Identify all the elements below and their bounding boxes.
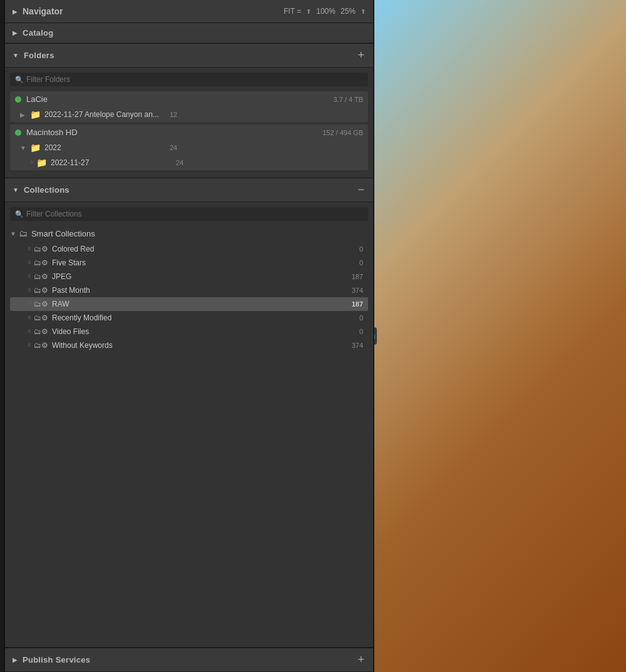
navigator-fit-stepper[interactable]: ⬆	[306, 8, 311, 15]
collection-icon-without-keywords: 🗂⚙	[34, 341, 48, 350]
drag-handle-five-stars: ⠿	[28, 260, 31, 266]
drag-handle-jpeg: ⠿	[28, 274, 31, 280]
left-strip	[0, 0, 5, 672]
folder-2022-count: 24	[170, 144, 177, 151]
folder-2022-toggle: ▼	[20, 145, 28, 151]
collection-name-video-files: Video Files	[52, 327, 359, 336]
drive-mac-name: Macintosh HD	[26, 128, 322, 137]
right-collapse-button[interactable]: ◀	[374, 328, 377, 345]
collections-title: Collections	[24, 185, 357, 195]
folder-antelope-name: 2022-11-27 Antelope Canyon an...	[44, 110, 170, 119]
collection-item-video-files[interactable]: ⠿ 🗂⚙ Video Files 0	[10, 325, 368, 339]
drag-handle-colored-red: ⠿	[28, 247, 31, 252]
collection-icon-raw: 🗂⚙	[34, 300, 48, 308]
collection-count-past-month: 374	[352, 287, 363, 294]
drive-mac-indicator	[15, 130, 21, 136]
folders-collapse-icon: ▼	[13, 52, 19, 59]
collection-item-without-keywords[interactable]: ⠿ 🗂⚙ Without Keywords 374	[10, 339, 368, 352]
publish-services-collapse-icon: ▶	[13, 656, 18, 663]
drag-handle-raw: ⠿	[28, 302, 31, 307]
publish-services-section: ▶ Publish Services +	[5, 648, 373, 672]
drive-lacie-size: 3.7 / 4 TB	[334, 96, 364, 103]
collections-filter-icon: 🔍	[15, 210, 24, 218]
collection-icon-jpeg: 🗂⚙	[34, 272, 48, 281]
collection-item-recently-modified[interactable]: ⠿ 🗂⚙ Recently Modified 0	[10, 311, 368, 325]
catalog-collapse-icon: ▶	[13, 29, 18, 36]
navigator-zoom-stepper[interactable]: ⬆	[361, 8, 366, 15]
navigator-section: ▶ Navigator FIT = ⬆ 100% 25% ⬆	[5, 0, 373, 23]
collection-count-video-files: 0	[359, 328, 363, 335]
folder-2022-name: 2022	[44, 143, 170, 152]
smart-collections-group-icon: 🗂	[19, 228, 28, 238]
drag-handle-without-keywords: ⠿	[28, 343, 31, 349]
collection-count-recently-modified: 0	[359, 314, 363, 322]
collection-icon-colored-red: 🗂⚙	[34, 245, 48, 253]
folders-content: 🔍 LaCie 3.7 / 4 TB ▶ 📁 2022-11-27 Antelo…	[5, 68, 373, 178]
navigator-controls: FIT = ⬆ 100% 25% ⬆	[284, 7, 366, 16]
drive-item-mac: Macintosh HD 152 / 494 GB ▼ 📁 2022 24 ⠿ …	[10, 125, 368, 170]
collection-name-without-keywords: Without Keywords	[52, 341, 352, 350]
publish-services-add-button[interactable]: +	[356, 653, 366, 666]
drive-lacie-name: LaCie	[26, 94, 334, 104]
navigator-percent-25[interactable]: 25%	[341, 7, 356, 16]
collection-item-colored-red[interactable]: ⠿ 🗂⚙ Colored Red 0	[10, 242, 368, 256]
collections-filter-bar: 🔍	[10, 207, 368, 221]
collections-section: ▼ Collections − 🔍 ▼ 🗂 Smart Collections	[5, 178, 373, 648]
folders-filter-input[interactable]	[26, 75, 363, 84]
publish-services-title: Publish Services	[23, 655, 356, 664]
collection-count-five-stars: 0	[359, 259, 363, 267]
folder-2022-11-27-name: 2022-11-27	[51, 158, 176, 167]
collection-name-recently-modified: Recently Modified	[52, 313, 359, 322]
folders-header[interactable]: ▼ Folders +	[5, 44, 373, 68]
folder-row-2022-11-27[interactable]: ⠿ 📁 2022-11-27 24	[10, 155, 368, 170]
collection-count-jpeg: 187	[352, 273, 363, 280]
drive-lacie-header[interactable]: LaCie 3.7 / 4 TB	[10, 91, 368, 107]
collection-item-jpeg[interactable]: ⠿ 🗂⚙ JPEG 187	[10, 270, 368, 283]
navigator-percent-100[interactable]: 100%	[316, 7, 336, 16]
collections-minus-button[interactable]: −	[356, 183, 366, 196]
collections-content: 🔍 ▼ 🗂 Smart Collections ⠿ 🗂⚙ Colored Red…	[5, 202, 373, 647]
collection-icon-recently-modified: 🗂⚙	[34, 313, 48, 322]
collections-collapse-icon: ▼	[13, 186, 19, 193]
navigator-header[interactable]: ▶ Navigator FIT = ⬆ 100% 25% ⬆	[5, 0, 373, 23]
collection-icon-five-stars: 🗂⚙	[34, 258, 48, 267]
drag-handle-video-files: ⠿	[28, 329, 31, 335]
drive-mac-size: 152 / 494 GB	[322, 129, 363, 136]
main-panel: ▶ Navigator FIT = ⬆ 100% 25% ⬆ ▶ Catalog	[5, 0, 626, 672]
folder-2022-11-27-icon: 📁	[36, 158, 47, 168]
navigator-fit-label[interactable]: FIT =	[284, 7, 301, 16]
collection-item-raw[interactable]: ⠿ 🗂⚙ RAW 187	[10, 297, 368, 311]
folders-filter-bar: 🔍	[10, 73, 368, 86]
content-background	[374, 0, 626, 672]
collection-name-five-stars: Five Stars	[52, 258, 359, 267]
collection-name-colored-red: Colored Red	[52, 245, 359, 253]
collections-filter-input[interactable]	[26, 210, 363, 218]
catalog-title: Catalog	[23, 28, 366, 38]
drag-handle-recently-modified: ⠿	[28, 315, 31, 321]
folder-2022-11-27-count: 24	[176, 159, 183, 166]
folder-row-2022[interactable]: ▼ 📁 2022 24	[10, 140, 368, 155]
folders-section: ▼ Folders + 🔍 LaCie 3.7 / 4 TB	[5, 44, 373, 178]
drag-handle-past-month: ⠿	[28, 288, 31, 293]
collection-icon-video-files: 🗂⚙	[34, 327, 48, 336]
drive-mac-header[interactable]: Macintosh HD 152 / 494 GB	[10, 125, 368, 140]
folder-row-antelope[interactable]: ▶ 📁 2022-11-27 Antelope Canyon an... 12	[10, 107, 368, 122]
catalog-header[interactable]: ▶ Catalog	[5, 23, 373, 43]
catalog-section: ▶ Catalog	[5, 23, 373, 44]
smart-collections-group-name: Smart Collections	[31, 229, 95, 238]
drive-item-lacie: LaCie 3.7 / 4 TB ▶ 📁 2022-11-27 Antelope…	[10, 91, 368, 122]
folder-antelope-icon: 📁	[30, 109, 41, 120]
collection-count-colored-red: 0	[359, 245, 363, 253]
publish-services-header[interactable]: ▶ Publish Services +	[5, 648, 373, 672]
navigator-title: Navigator	[23, 6, 284, 16]
collection-count-raw: 187	[352, 300, 363, 308]
smart-collections-header[interactable]: ▼ 🗂 Smart Collections	[10, 226, 368, 241]
collection-item-past-month[interactable]: ⠿ 🗂⚙ Past Month 374	[10, 283, 368, 297]
collections-header[interactable]: ▼ Collections −	[5, 178, 373, 202]
collection-name-past-month: Past Month	[52, 286, 352, 295]
folder-antelope-count: 12	[170, 111, 177, 118]
collection-item-five-stars[interactable]: ⠿ 🗂⚙ Five Stars 0	[10, 256, 368, 270]
smart-collections-toggle: ▼	[10, 230, 16, 237]
folders-add-button[interactable]: +	[356, 49, 366, 62]
collection-icon-past-month: 🗂⚙	[34, 286, 48, 295]
